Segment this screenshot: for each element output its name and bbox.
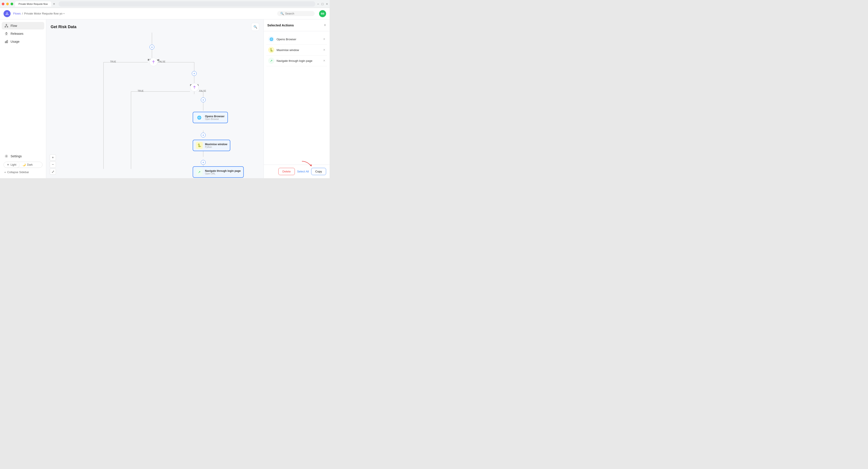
panel-link-icon: ↗ <box>268 58 274 64</box>
new-tab-button[interactable]: + <box>51 2 57 6</box>
dark-theme-button[interactable]: 🌙 Dark <box>20 162 36 168</box>
remove-navigate-button[interactable]: × <box>323 59 325 63</box>
add-button-1[interactable]: + <box>201 133 206 137</box>
sidebar-item-releases-label: Releases <box>10 32 23 35</box>
theme-toggle: ☀ Light 🌙 Dark <box>3 162 42 168</box>
if-winbeat-node[interactable] <box>149 58 158 66</box>
search-input[interactable] <box>285 12 312 15</box>
connector-lines <box>46 33 264 178</box>
close-button[interactable] <box>2 3 4 5</box>
add-button-false-ibais[interactable]: + <box>201 97 206 102</box>
win-maximize[interactable]: □ <box>321 2 323 6</box>
topbar: Flows / Private Motor Requote flow yo ▾ … <box>0 8 330 19</box>
tab-title: Private Motor Requote flow <box>19 3 48 5</box>
search-bar[interactable]: 🔍 <box>277 11 315 16</box>
add-button-2[interactable]: + <box>201 160 206 165</box>
sidebar-bottom: Settings ☀ Light 🌙 Dark « Collapse Sideb… <box>2 153 44 175</box>
svg-line-9 <box>5 25 6 26</box>
sidebar-item-releases[interactable]: Releases <box>2 30 44 37</box>
sidebar-item-flow[interactable]: Flow <box>2 22 44 30</box>
opens-browser-node[interactable]: 🌐 Opens Browser Open Browser <box>193 112 228 123</box>
panel-body: 🌐 Opens Browser × 🐍 Maximise window × ↗ … <box>264 31 330 165</box>
main-content: Flow Releases Usage Settings <box>0 19 330 178</box>
sidebar: Flow Releases Usage Settings <box>0 19 46 178</box>
python-icon: 🐍 <box>196 142 203 149</box>
true-label-1: TRUE <box>110 61 116 63</box>
zoom-out-button[interactable]: − <box>50 162 56 168</box>
delete-button[interactable]: Delete <box>278 168 295 175</box>
app-logo <box>3 10 10 17</box>
browser-tab[interactable]: Private Motor Requote flow <box>15 1 51 7</box>
sun-icon: ☀ <box>7 163 9 166</box>
browser-controls <box>2 3 13 5</box>
remove-maximise-button[interactable]: × <box>323 48 325 52</box>
light-theme-button[interactable]: ☀ Light <box>4 162 20 168</box>
flows-link[interactable]: Flows <box>13 12 21 15</box>
sidebar-item-flow-label: Flow <box>10 24 17 28</box>
panel-python-icon: 🐍 <box>268 47 274 53</box>
globe-icon: 🌐 <box>196 114 203 121</box>
panel-opens-browser-label: Opens Browser <box>277 38 321 41</box>
copy-button[interactable]: Copy <box>311 168 326 175</box>
false-label-2: FALSE <box>199 90 206 92</box>
minimize-button[interactable] <box>6 3 9 5</box>
dark-label: Dark <box>27 163 33 166</box>
collapse-icon: « <box>4 171 6 174</box>
win-close[interactable]: × <box>326 2 328 6</box>
svg-rect-11 <box>5 41 6 43</box>
svg-point-6 <box>6 24 7 25</box>
maximize-button[interactable] <box>10 3 13 5</box>
light-label: Light <box>10 163 16 166</box>
svg-rect-12 <box>6 41 7 43</box>
usage-icon <box>4 40 8 43</box>
zoom-in-button[interactable]: + <box>50 155 56 161</box>
panel-header: Selected Actions × <box>264 19 330 31</box>
svg-line-3 <box>6 13 7 14</box>
breadcrumb-current[interactable]: Private Motor Requote flow yo ▾ <box>24 12 64 15</box>
svg-point-7 <box>5 26 6 27</box>
collapse-label: Collapse Sidebar <box>7 170 29 174</box>
canvas[interactable]: Get Risk Data 🔍 <box>46 19 264 178</box>
add-button-false-winbeat[interactable]: + <box>192 71 197 76</box>
maximise-window-node[interactable]: 🐍 Maximise window Python <box>193 140 230 151</box>
fit-view-button[interactable]: ⤢ <box>50 168 56 175</box>
releases-icon <box>4 32 8 36</box>
breadcrumb-sep: / <box>22 12 23 15</box>
breadcrumb: Flows / Private Motor Requote flow yo ▾ <box>13 12 64 15</box>
collapse-sidebar-button[interactable]: « Collapse Sidebar <box>2 169 44 175</box>
address-bar[interactable] <box>59 1 315 7</box>
if-ibais-node[interactable] <box>190 83 198 92</box>
maximise-window-sublabel: Python <box>205 146 227 148</box>
moon-icon: 🌙 <box>23 163 26 166</box>
if-winbeat-container: If Winbeat If/Else <box>148 58 159 64</box>
navigate-login-node[interactable]: ↗ Navigate through login page Open URL <box>193 166 244 178</box>
sidebar-item-usage[interactable]: Usage <box>2 38 44 45</box>
canvas-controls: + − ⤢ <box>50 155 56 175</box>
settings-label: Settings <box>10 155 22 158</box>
panel-item-navigate-login: ↗ Navigate through login page × <box>267 56 327 66</box>
canvas-title: Get Risk Data <box>51 25 76 29</box>
browser-chrome: Private Motor Requote flow + − □ × <box>0 0 330 8</box>
opens-browser-sublabel: Open Browser <box>205 118 225 120</box>
settings-link[interactable]: Settings <box>2 153 44 160</box>
if-ibais-container: If IBAIS If/Else <box>190 83 198 89</box>
panel-close-button[interactable]: × <box>324 23 326 28</box>
canvas-search-button[interactable]: 🔍 <box>251 23 259 31</box>
current-flow-name: Private Motor Requote flow yo <box>24 12 63 15</box>
true-label-2: TRUE <box>137 90 144 92</box>
select-all-button[interactable]: Select All <box>297 170 309 173</box>
panel-globe-icon: 🌐 <box>268 36 274 42</box>
add-button-top[interactable]: + <box>150 45 154 49</box>
panel-item-maximise-window: 🐍 Maximise window × <box>267 45 327 56</box>
right-panel: Selected Actions × 🌐 Opens Browser × 🐍 M… <box>264 19 330 178</box>
canvas-search-icon: 🔍 <box>253 25 257 29</box>
panel-navigate-label: Navigate through login page <box>277 59 321 63</box>
win-minimize[interactable]: − <box>317 2 319 6</box>
remove-opens-browser-button[interactable]: × <box>323 37 325 41</box>
navigate-login-label: Navigate through login page <box>205 169 241 172</box>
maximise-window-label: Maximise window <box>205 143 227 146</box>
svg-point-8 <box>7 26 8 27</box>
panel-title: Selected Actions <box>267 23 294 27</box>
svg-point-0 <box>7 12 7 13</box>
false-label-1: FALSE <box>159 61 165 63</box>
